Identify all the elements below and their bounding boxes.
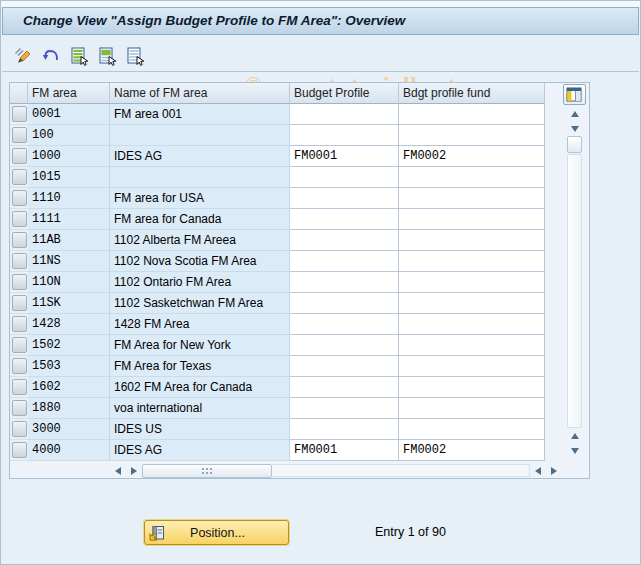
cell-fm-area[interactable]: 100 bbox=[28, 125, 110, 146]
cell-fm-area[interactable]: 1110 bbox=[28, 188, 110, 209]
row-selector-button[interactable] bbox=[10, 146, 28, 167]
cell-bdgt-profile-fund[interactable] bbox=[399, 188, 545, 209]
cell-bdgt-profile-fund[interactable] bbox=[399, 167, 545, 188]
cell-fm-area-name[interactable]: FM area 001 bbox=[110, 104, 290, 125]
row-selector-button[interactable] bbox=[10, 125, 28, 146]
cell-fm-area-name[interactable]: 1102 Sasketchwan FM Area bbox=[110, 293, 290, 314]
row-selector-button[interactable] bbox=[10, 377, 28, 398]
cell-fm-area-name[interactable]: IDES US bbox=[110, 419, 290, 440]
row-selector-button[interactable] bbox=[10, 209, 28, 230]
undo-icon[interactable] bbox=[39, 44, 62, 67]
cell-bdgt-profile-fund[interactable] bbox=[399, 314, 545, 335]
cell-fm-area[interactable]: 1602 bbox=[28, 377, 110, 398]
cell-fm-area-name[interactable]: 1602 FM Area for Canada bbox=[110, 377, 290, 398]
cell-fm-area-name[interactable]: IDES AG bbox=[110, 440, 290, 461]
scroll-down-icon[interactable] bbox=[567, 121, 583, 136]
cell-fm-area[interactable]: 11NS bbox=[28, 251, 110, 272]
position-button[interactable]: Position... bbox=[144, 520, 289, 545]
cell-bdgt-profile-fund[interactable] bbox=[399, 209, 545, 230]
vertical-scroll-thumb[interactable] bbox=[567, 136, 582, 153]
cell-budget-profile[interactable] bbox=[290, 125, 399, 146]
cell-budget-profile[interactable] bbox=[290, 230, 399, 251]
scroll-left-icon[interactable] bbox=[110, 463, 126, 478]
cell-fm-area[interactable]: 3000 bbox=[28, 419, 110, 440]
scroll-bottom-down-icon[interactable] bbox=[567, 443, 583, 458]
cell-fm-area-name[interactable]: FM area for USA bbox=[110, 188, 290, 209]
row-selector-button[interactable] bbox=[10, 335, 28, 356]
cell-budget-profile[interactable] bbox=[290, 293, 399, 314]
row-selector-button[interactable] bbox=[10, 356, 28, 377]
cell-fm-area[interactable]: 1880 bbox=[28, 398, 110, 419]
cell-budget-profile[interactable] bbox=[290, 419, 399, 440]
horizontal-scroll-track[interactable] bbox=[272, 464, 530, 477]
row-selector-button[interactable] bbox=[10, 104, 28, 125]
cell-fm-area-name[interactable]: 1428 FM Area bbox=[110, 314, 290, 335]
row-selector-button[interactable] bbox=[10, 440, 28, 461]
cell-budget-profile[interactable] bbox=[290, 356, 399, 377]
cell-fm-area-name[interactable] bbox=[110, 125, 290, 146]
row-selector-button[interactable] bbox=[10, 272, 28, 293]
cell-fm-area-name[interactable]: voa international bbox=[110, 398, 290, 419]
cell-bdgt-profile-fund[interactable] bbox=[399, 125, 545, 146]
cell-budget-profile[interactable] bbox=[290, 377, 399, 398]
select-all-icon[interactable] bbox=[67, 44, 90, 67]
table-settings-icon[interactable] bbox=[563, 84, 586, 105]
cell-budget-profile[interactable] bbox=[290, 398, 399, 419]
cell-fm-area[interactable]: 11ON bbox=[28, 272, 110, 293]
row-selector-button[interactable] bbox=[10, 188, 28, 209]
cell-bdgt-profile-fund[interactable] bbox=[399, 104, 545, 125]
cell-fm-area[interactable]: 1428 bbox=[28, 314, 110, 335]
cell-fm-area-name[interactable]: FM Area for Texas bbox=[110, 356, 290, 377]
cell-fm-area[interactable]: 4000 bbox=[28, 440, 110, 461]
scroll-far-left-icon[interactable] bbox=[530, 463, 546, 478]
cell-fm-area-name[interactable]: FM area for Canada bbox=[110, 209, 290, 230]
row-selector-button[interactable] bbox=[10, 419, 28, 440]
row-selector-button[interactable] bbox=[10, 398, 28, 419]
cell-fm-area-name[interactable]: 1102 Ontario FM Area bbox=[110, 272, 290, 293]
header-bdgt-profile-fund[interactable]: Bdgt profile fund bbox=[399, 83, 545, 104]
scroll-far-right-icon[interactable] bbox=[546, 463, 562, 478]
cell-fm-area-name[interactable]: IDES AG bbox=[110, 146, 290, 167]
header-row-selector[interactable] bbox=[10, 83, 28, 104]
cell-bdgt-profile-fund[interactable] bbox=[399, 377, 545, 398]
cell-budget-profile[interactable]: FM0001 bbox=[290, 146, 399, 167]
select-block-icon[interactable] bbox=[95, 44, 118, 67]
header-fm-area-name[interactable]: Name of FM area bbox=[110, 83, 290, 104]
cell-bdgt-profile-fund[interactable] bbox=[399, 251, 545, 272]
cell-budget-profile[interactable] bbox=[290, 272, 399, 293]
scroll-up-icon[interactable] bbox=[567, 106, 583, 121]
cell-bdgt-profile-fund[interactable]: FM0002 bbox=[399, 146, 545, 167]
header-fm-area[interactable]: FM area bbox=[28, 83, 110, 104]
cell-budget-profile[interactable] bbox=[290, 188, 399, 209]
cell-budget-profile[interactable]: FM0001 bbox=[290, 440, 399, 461]
cell-fm-area[interactable]: 0001 bbox=[28, 104, 110, 125]
cell-budget-profile[interactable] bbox=[290, 167, 399, 188]
cell-bdgt-profile-fund[interactable] bbox=[399, 419, 545, 440]
cell-bdgt-profile-fund[interactable] bbox=[399, 293, 545, 314]
cell-bdgt-profile-fund[interactable] bbox=[399, 272, 545, 293]
row-selector-button[interactable] bbox=[10, 167, 28, 188]
change-display-icon[interactable] bbox=[11, 44, 34, 67]
cell-fm-area-name[interactable]: 1102 Alberta FM Areea bbox=[110, 230, 290, 251]
vertical-scrollbar[interactable] bbox=[566, 106, 583, 458]
cell-fm-area[interactable]: 1015 bbox=[28, 167, 110, 188]
horizontal-scrollbar[interactable] bbox=[110, 463, 562, 478]
cell-budget-profile[interactable] bbox=[290, 314, 399, 335]
cell-fm-area[interactable]: 1502 bbox=[28, 335, 110, 356]
cell-fm-area-name[interactable]: FM Area for New York bbox=[110, 335, 290, 356]
cell-bdgt-profile-fund[interactable] bbox=[399, 230, 545, 251]
scroll-right-icon[interactable] bbox=[126, 463, 142, 478]
row-selector-button[interactable] bbox=[10, 230, 28, 251]
deselect-all-icon[interactable] bbox=[123, 44, 146, 67]
scroll-bottom-up-icon[interactable] bbox=[567, 428, 583, 443]
horizontal-scroll-thumb[interactable] bbox=[142, 464, 272, 478]
cell-fm-area[interactable]: 11SK bbox=[28, 293, 110, 314]
cell-fm-area-name[interactable] bbox=[110, 167, 290, 188]
row-selector-button[interactable] bbox=[10, 251, 28, 272]
row-selector-button[interactable] bbox=[10, 314, 28, 335]
cell-fm-area[interactable]: 1111 bbox=[28, 209, 110, 230]
cell-fm-area[interactable]: 11AB bbox=[28, 230, 110, 251]
vertical-scroll-track[interactable] bbox=[567, 154, 582, 428]
cell-bdgt-profile-fund[interactable] bbox=[399, 398, 545, 419]
cell-bdgt-profile-fund[interactable]: FM0002 bbox=[399, 440, 545, 461]
